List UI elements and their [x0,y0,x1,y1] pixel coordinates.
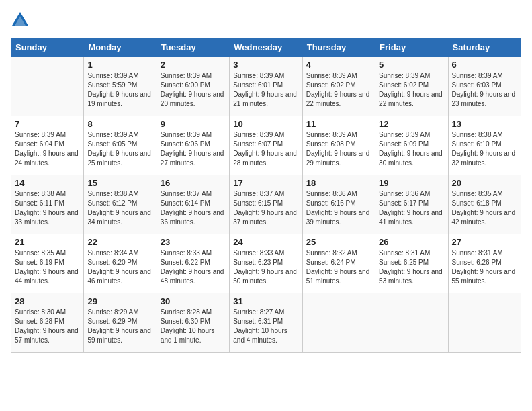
calendar-cell: 9Sunrise: 8:39 AMSunset: 6:06 PMDaylight… [157,116,229,175]
calendar-cell: 6Sunrise: 8:39 AMSunset: 6:03 PMDaylight… [448,57,521,116]
day-info: Sunrise: 8:38 AMSunset: 6:12 PMDaylight:… [87,189,152,227]
weekday-header-wednesday: Wednesday [230,38,302,57]
day-info: Sunrise: 8:39 AMSunset: 6:08 PMDaylight:… [306,130,371,168]
calendar-cell [302,293,375,353]
day-info: Sunrise: 8:27 AMSunset: 6:31 PMDaylight:… [233,308,298,345]
calendar-table: SundayMondayTuesdayWednesdayThursdayFrid… [11,38,521,353]
day-number: 7 [15,119,80,129]
day-info: Sunrise: 8:34 AMSunset: 6:20 PMDaylight:… [87,248,152,286]
calendar-cell: 21Sunrise: 8:35 AMSunset: 6:19 PMDayligh… [11,234,84,293]
day-info: Sunrise: 8:35 AMSunset: 6:18 PMDaylight:… [452,189,517,227]
day-number: 11 [306,119,371,129]
weekday-header-monday: Monday [84,38,157,57]
day-info: Sunrise: 8:36 AMSunset: 6:16 PMDaylight:… [306,189,371,227]
day-number: 30 [161,296,226,306]
day-info: Sunrise: 8:33 AMSunset: 6:23 PMDaylight:… [233,248,298,286]
day-number: 24 [233,237,298,247]
calendar-cell: 29Sunrise: 8:29 AMSunset: 6:29 PMDayligh… [84,293,157,353]
calendar-cell: 22Sunrise: 8:34 AMSunset: 6:20 PMDayligh… [84,234,157,293]
calendar-week-5: 28Sunrise: 8:30 AMSunset: 6:28 PMDayligh… [11,293,521,353]
day-info: Sunrise: 8:39 AMSunset: 6:09 PMDaylight:… [379,130,444,168]
day-info: Sunrise: 8:39 AMSunset: 6:07 PMDaylight:… [233,130,298,168]
calendar-cell: 1Sunrise: 8:39 AMSunset: 5:59 PMDaylight… [84,57,157,116]
weekday-header-sunday: Sunday [11,38,84,57]
day-info: Sunrise: 8:39 AMSunset: 5:59 PMDaylight:… [87,71,152,109]
calendar-cell: 30Sunrise: 8:28 AMSunset: 6:30 PMDayligh… [157,293,229,353]
day-info: Sunrise: 8:39 AMSunset: 6:05 PMDaylight:… [87,130,152,168]
calendar-cell: 4Sunrise: 8:39 AMSunset: 6:02 PMDaylight… [302,57,375,116]
day-number: 23 [161,237,226,247]
calendar-cell [448,293,521,353]
day-info: Sunrise: 8:39 AMSunset: 6:03 PMDaylight:… [452,71,517,109]
day-info: Sunrise: 8:39 AMSunset: 6:02 PMDaylight:… [379,71,444,109]
calendar-cell: 7Sunrise: 8:39 AMSunset: 6:04 PMDaylight… [11,116,84,175]
day-number: 21 [15,237,80,247]
day-number: 31 [233,296,298,306]
day-number: 29 [87,296,152,306]
calendar-cell: 31Sunrise: 8:27 AMSunset: 6:31 PMDayligh… [230,293,302,353]
day-info: Sunrise: 8:39 AMSunset: 6:04 PMDaylight:… [15,130,80,168]
calendar-cell: 19Sunrise: 8:36 AMSunset: 6:17 PMDayligh… [375,175,448,234]
calendar-week-4: 21Sunrise: 8:35 AMSunset: 6:19 PMDayligh… [11,234,521,293]
day-info: Sunrise: 8:31 AMSunset: 6:26 PMDaylight:… [452,248,517,286]
logo-icon [11,11,30,30]
day-number: 6 [452,60,517,70]
day-number: 13 [452,119,517,129]
day-info: Sunrise: 8:30 AMSunset: 6:28 PMDaylight:… [15,308,80,345]
calendar-cell: 25Sunrise: 8:32 AMSunset: 6:24 PMDayligh… [302,234,375,293]
day-info: Sunrise: 8:39 AMSunset: 6:01 PMDaylight:… [233,71,298,109]
day-number: 2 [161,60,226,70]
day-number: 14 [15,178,80,188]
calendar-cell: 3Sunrise: 8:39 AMSunset: 6:01 PMDaylight… [230,57,302,116]
weekday-header-tuesday: Tuesday [157,38,229,57]
day-number: 19 [379,178,444,188]
day-info: Sunrise: 8:37 AMSunset: 6:14 PMDaylight:… [161,189,226,227]
day-number: 26 [379,237,444,247]
day-info: Sunrise: 8:38 AMSunset: 6:10 PMDaylight:… [452,130,517,168]
calendar-cell: 23Sunrise: 8:33 AMSunset: 6:22 PMDayligh… [157,234,229,293]
calendar-cell: 10Sunrise: 8:39 AMSunset: 6:07 PMDayligh… [230,116,302,175]
calendar-cell: 14Sunrise: 8:38 AMSunset: 6:11 PMDayligh… [11,175,84,234]
day-number: 3 [233,60,298,70]
weekday-header-saturday: Saturday [448,38,521,57]
day-number: 18 [306,178,371,188]
day-info: Sunrise: 8:39 AMSunset: 6:06 PMDaylight:… [161,130,226,168]
calendar-week-2: 7Sunrise: 8:39 AMSunset: 6:04 PMDaylight… [11,116,521,175]
day-number: 12 [379,119,444,129]
weekday-header-friday: Friday [375,38,448,57]
page-header [11,11,521,30]
day-info: Sunrise: 8:31 AMSunset: 6:25 PMDaylight:… [379,248,444,286]
day-number: 4 [306,60,371,70]
weekday-header-thursday: Thursday [302,38,375,57]
weekday-header-row: SundayMondayTuesdayWednesdayThursdayFrid… [11,38,521,57]
day-number: 5 [379,60,444,70]
day-info: Sunrise: 8:35 AMSunset: 6:19 PMDaylight:… [15,248,80,286]
day-number: 25 [306,237,371,247]
calendar-cell [375,293,448,353]
logo [11,11,32,30]
calendar-cell: 17Sunrise: 8:37 AMSunset: 6:15 PMDayligh… [230,175,302,234]
calendar-cell: 12Sunrise: 8:39 AMSunset: 6:09 PMDayligh… [375,116,448,175]
calendar-cell: 28Sunrise: 8:30 AMSunset: 6:28 PMDayligh… [11,293,84,353]
day-info: Sunrise: 8:38 AMSunset: 6:11 PMDaylight:… [15,189,80,227]
day-info: Sunrise: 8:37 AMSunset: 6:15 PMDaylight:… [233,189,298,227]
day-info: Sunrise: 8:28 AMSunset: 6:30 PMDaylight:… [161,308,226,345]
day-number: 15 [87,178,152,188]
calendar-body: 1Sunrise: 8:39 AMSunset: 5:59 PMDaylight… [11,57,521,353]
calendar-cell: 5Sunrise: 8:39 AMSunset: 6:02 PMDaylight… [375,57,448,116]
day-number: 20 [452,178,517,188]
day-info: Sunrise: 8:33 AMSunset: 6:22 PMDaylight:… [161,248,226,286]
calendar-week-3: 14Sunrise: 8:38 AMSunset: 6:11 PMDayligh… [11,175,521,234]
calendar-cell: 18Sunrise: 8:36 AMSunset: 6:16 PMDayligh… [302,175,375,234]
day-number: 28 [15,296,80,306]
day-info: Sunrise: 8:36 AMSunset: 6:17 PMDaylight:… [379,189,444,227]
day-number: 8 [87,119,152,129]
calendar-cell: 13Sunrise: 8:38 AMSunset: 6:10 PMDayligh… [448,116,521,175]
calendar-cell: 26Sunrise: 8:31 AMSunset: 6:25 PMDayligh… [375,234,448,293]
day-number: 9 [161,119,226,129]
day-info: Sunrise: 8:32 AMSunset: 6:24 PMDaylight:… [306,248,371,286]
calendar-cell: 2Sunrise: 8:39 AMSunset: 6:00 PMDaylight… [157,57,229,116]
calendar-cell: 24Sunrise: 8:33 AMSunset: 6:23 PMDayligh… [230,234,302,293]
day-info: Sunrise: 8:39 AMSunset: 6:00 PMDaylight:… [161,71,226,109]
calendar-cell: 20Sunrise: 8:35 AMSunset: 6:18 PMDayligh… [448,175,521,234]
